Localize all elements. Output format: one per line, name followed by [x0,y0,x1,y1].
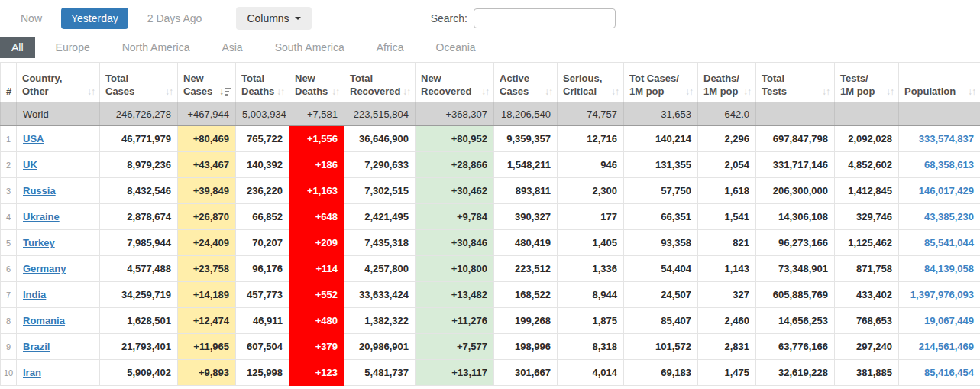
table-row: 7India34,259,719+14,189457,773+55233,633… [1,282,980,308]
country-link[interactable]: Romania [23,315,65,326]
search-input[interactable] [474,8,616,28]
total-tests-cell [756,102,835,126]
total-deaths-cell: 46,911 [236,308,289,334]
tests-1m-cell: 297,240 [835,334,899,360]
sort-icon: ↓↑ [743,86,751,97]
population-cell[interactable]: 333,574,837 [899,126,980,152]
active-cases-cell: 301,667 [494,360,558,386]
column-header-new-recovered[interactable]: NewRecovered↓↑ [416,63,494,102]
column-header-population[interactable]: Population↓↑ [899,63,980,102]
time-tab-2-days-ago[interactable]: 2 Days Ago [137,8,212,29]
continent-tab-asia[interactable]: Asia [210,37,254,58]
total-recovered-cell: 36,646,900 [344,126,416,152]
total-recovered-cell: 7,302,515 [344,178,416,204]
new-deaths-cell: +186 [289,152,344,178]
column-header-deaths-1m-pop[interactable]: Deaths/1M pop↓↑ [698,63,756,102]
population-cell[interactable]: 84,139,058 [899,256,980,282]
population-cell[interactable]: 1,397,976,093 [899,282,980,308]
columns-button-label: Columns [247,12,289,24]
country-cell: Ukraine [17,204,100,230]
new-cases-cell: +14,189 [178,282,236,308]
population-cell[interactable]: 214,561,469 [899,334,980,360]
population-cell[interactable]: 146,017,429 [899,178,980,204]
continent-tab-africa[interactable]: Africa [365,37,416,58]
continent-tab-all[interactable]: All [0,37,35,58]
column-header-total-recovered[interactable]: TotalRecovered↓↑ [344,63,416,102]
serious-critical-cell: 8,944 [558,282,624,308]
sort-icon: ↓↑ [403,86,410,97]
new-cases-cell: +23,758 [178,256,236,282]
column-header-total-cases[interactable]: TotalCases↓↑ [100,63,178,102]
caret-down-icon [295,17,301,20]
total-tests-cell: 697,847,798 [756,126,835,152]
serious-critical-cell: 1,405 [558,230,624,256]
table-row: 5Turkey7,985,944+24,40970,207+2097,435,3… [1,230,980,256]
country-link[interactable]: Germany [23,263,66,274]
rank-cell: 1 [1,126,17,152]
population-cell[interactable]: 85,416,454 [899,360,980,386]
continent-tab-europe[interactable]: Europe [44,37,102,58]
tests-1m-cell: 1,412,845 [835,178,899,204]
time-tab-yesterday[interactable]: Yesterday [61,8,128,29]
new-recovered-cell: +9,784 [416,204,494,230]
population-cell[interactable]: 68,358,613 [899,152,980,178]
column-header-active-cases[interactable]: ActiveCases↓↑ [494,63,558,102]
new-recovered-cell: +80,952 [416,126,494,152]
continent-tab-oceania[interactable]: Oceania [425,37,487,58]
column-header-serious-critical[interactable]: Serious,Critical↓↑ [558,63,624,102]
columns-dropdown-button[interactable]: Columns [236,7,311,30]
population-cell[interactable]: 19,067,449 [899,308,980,334]
total-recovered-cell: 20,986,901 [344,334,416,360]
country-link[interactable]: Ukraine [23,211,60,222]
country-link[interactable]: Russia [23,185,56,196]
population-cell[interactable]: 85,541,044 [899,230,980,256]
column-header-country-other[interactable]: Country,Other↓↑ [17,63,100,102]
column-header-new-cases[interactable]: NewCases↓ [178,63,236,102]
country-link[interactable]: Iran [23,367,41,378]
new-deaths-cell: +1,556 [289,126,344,152]
tot-cases-1m-cell: 101,572 [624,334,698,360]
sort-icon: ↓↑ [277,86,284,97]
new-deaths-cell: +552 [289,282,344,308]
serious-critical-cell: 177 [558,204,624,230]
column-header-new-deaths[interactable]: NewDeaths↓↑ [289,63,344,102]
country-cell: UK [17,152,100,178]
column-header-total-tests[interactable]: TotalTests↓↑ [756,63,835,102]
total-tests-cell: 14,306,108 [756,204,835,230]
tot-cases-1m-cell: 66,351 [624,204,698,230]
total-tests-cell: 14,656,253 [756,308,835,334]
new-recovered-cell: +10,800 [416,256,494,282]
continent-tab-north-america[interactable]: North America [111,37,202,58]
deaths-1m-cell: 2,296 [698,126,756,152]
country-link[interactable]: Brazil [23,341,50,352]
total-cases-cell: 34,259,719 [100,282,178,308]
new-cases-cell: +43,467 [178,152,236,178]
country-link[interactable]: USA [23,133,44,144]
country-link[interactable]: India [23,289,46,300]
toolbar: NowYesterday2 Days Ago Columns Search: [0,0,980,31]
total-deaths-cell: 5,003,934 [236,102,289,126]
tot-cases-1m-cell: 85,407 [624,308,698,334]
tot-cases-1m-cell: 140,214 [624,126,698,152]
column-header-tests-1m-pop[interactable]: Tests/1M pop↓↑ [835,63,899,102]
tests-1m-cell: 381,885 [835,360,899,386]
country-link[interactable]: Turkey [23,237,55,248]
tests-1m-cell: 2,092,028 [835,126,899,152]
active-cases-cell: 168,522 [494,282,558,308]
tests-1m-cell: 871,758 [835,256,899,282]
deaths-1m-cell: 1,143 [698,256,756,282]
total-cases-cell: 21,793,401 [100,334,178,360]
total-recovered-cell: 2,421,495 [344,204,416,230]
tests-1m-cell: 4,852,602 [835,152,899,178]
active-cases-cell: 1,548,211 [494,152,558,178]
continent-tab-south-america[interactable]: South America [264,37,356,58]
serious-critical-cell: 4,014 [558,360,624,386]
population-cell[interactable]: 43,385,230 [899,204,980,230]
rank-cell: 4 [1,204,17,230]
column-header-: # [1,63,17,102]
country-link[interactable]: UK [23,159,37,170]
column-header-tot-cases-1m-pop[interactable]: Tot Cases/1M pop↓↑ [624,63,698,102]
tot-cases-1m-cell: 31,653 [624,102,698,126]
column-header-total-deaths[interactable]: TotalDeaths↓↑ [236,63,289,102]
time-tab-now[interactable]: Now [11,8,52,29]
